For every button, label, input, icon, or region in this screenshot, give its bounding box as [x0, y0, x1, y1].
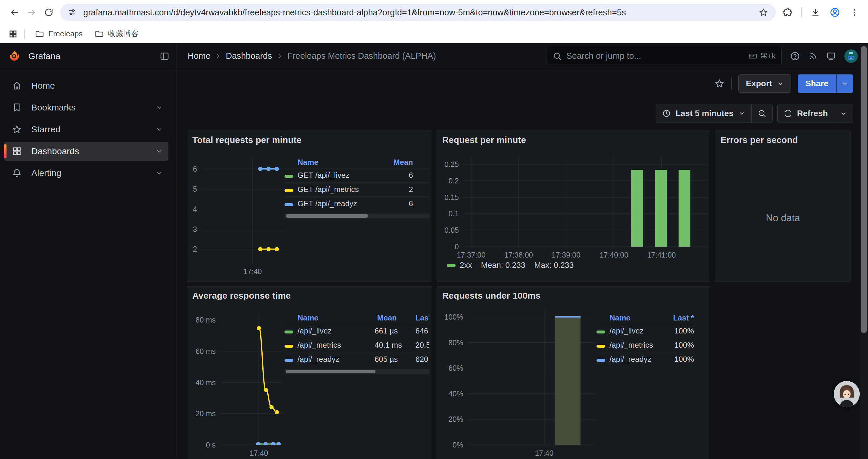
y-axis-label: 0.05: [437, 226, 459, 234]
legend-stat: Mean: 0.233: [481, 261, 525, 270]
panel-title[interactable]: Average response time: [192, 291, 291, 301]
refresh-interval-button[interactable]: [834, 104, 853, 123]
y-axis-label: 3: [187, 225, 197, 234]
share-button-group: Share: [798, 74, 853, 93]
sidebar-item-home[interactable]: Home: [4, 76, 168, 95]
panel-title[interactable]: Request per minute: [442, 135, 526, 145]
reload-button[interactable]: [40, 4, 57, 21]
breadcrumb-home[interactable]: Home: [188, 51, 210, 61]
zoom-out-button[interactable]: [751, 104, 772, 123]
back-button[interactable]: [6, 4, 23, 21]
legend-series-name[interactable]: 2xx: [460, 261, 472, 270]
legend-scrollbar-thumb[interactable]: [286, 214, 368, 218]
refresh-button[interactable]: Refresh: [778, 104, 834, 123]
floating-assistant-avatar[interactable]: [834, 381, 860, 407]
page-scrollbar-thumb[interactable]: [861, 46, 867, 333]
extensions-icon[interactable]: [780, 5, 795, 20]
share-button[interactable]: Share: [798, 74, 836, 93]
sidebar-item-starred[interactable]: Starred: [4, 120, 168, 139]
monitor-icon[interactable]: [826, 51, 836, 61]
time-range-label: Last 5 minutes: [676, 109, 734, 118]
star-icon: [12, 124, 22, 134]
downloads-icon[interactable]: [808, 5, 823, 20]
chart-plot[interactable]: [468, 310, 595, 445]
y-axis-label: 40 ms: [187, 379, 216, 387]
chart-plot[interactable]: [464, 156, 708, 247]
sidebar-toggle-icon[interactable]: [159, 51, 169, 61]
bookmark-star-icon[interactable]: [757, 6, 770, 19]
chart-plot[interactable]: [220, 316, 282, 445]
sidebar-item-bookmarks[interactable]: Bookmarks: [4, 98, 168, 117]
series-color-pill: [284, 175, 293, 178]
panel-total-requests: Total requests per minute 6543217:40Name…: [187, 131, 432, 282]
site-settings-icon[interactable]: [66, 6, 78, 18]
chevron-down-icon[interactable]: [155, 126, 163, 133]
profile-icon[interactable]: [827, 5, 843, 20]
legend-value: 6: [391, 199, 429, 208]
legend-series-name[interactable]: /api/_livez: [610, 326, 661, 335]
search-input[interactable]: Search or jump to... ⌘+k: [547, 47, 782, 65]
legend-row: /api/_metrics100%: [596, 338, 694, 352]
legend-series-name[interactable]: /api/_metrics: [298, 340, 375, 350]
bookmark-folder-blogs[interactable]: 收藏博客: [89, 27, 144, 41]
bookmarks-bar: Freeleaps 收藏博客: [0, 25, 868, 43]
folder-icon: [95, 29, 104, 39]
url-text[interactable]: grafana.mathmast.com/d/deytv4rwavabkb/fr…: [83, 8, 752, 18]
legend-scrollbar[interactable]: [284, 214, 429, 218]
news-rss-icon[interactable]: [808, 52, 818, 61]
panel-request-per-minute: Request per minute 0.250.20.150.10.05017…: [437, 131, 710, 282]
chevron-down-icon[interactable]: [155, 104, 163, 111]
legend-scrollbar-thumb[interactable]: [286, 370, 375, 373]
y-axis-label: 20 ms: [187, 409, 216, 418]
help-icon[interactable]: [790, 51, 800, 61]
legend-table: NameMeanLast */api/_livez661 µs646 µs/ap…: [284, 312, 429, 374]
chevron-down-icon[interactable]: [155, 147, 163, 155]
breadcrumb-current: Freeleaps Metrics Dashboard (ALPHA): [287, 51, 436, 61]
sidebar-item-label: Dashboards: [31, 146, 79, 156]
legend-series-name[interactable]: /api/_livez: [298, 326, 375, 335]
legend-row: /api/_readyz100%: [596, 352, 694, 366]
legend-series-name[interactable]: GET /api/_metrics: [298, 185, 391, 194]
chart-plot[interactable]: [202, 157, 284, 263]
legend-series-name[interactable]: /api/_metrics: [610, 340, 661, 350]
breadcrumb: Home Dashboards Freeleaps Metrics Dashbo…: [188, 43, 436, 69]
panel-title[interactable]: Total requests per minute: [192, 135, 302, 145]
legend-scrollbar[interactable]: [284, 369, 429, 374]
star-dashboard-icon[interactable]: [714, 78, 725, 89]
nav-brand-section: Grafana: [0, 43, 176, 69]
browser-menu-icon[interactable]: [847, 5, 862, 20]
time-range-picker[interactable]: Last 5 minutes: [656, 104, 751, 123]
address-bar[interactable]: grafana.mathmast.com/d/deytv4rwavabkb/fr…: [60, 4, 776, 21]
series-color-pill: [284, 189, 293, 192]
user-avatar[interactable]: [844, 49, 858, 63]
bookmark-folder-freeleaps[interactable]: Freeleaps: [30, 27, 88, 41]
page-scrollbar-track[interactable]: [860, 44, 868, 459]
sidebar-item-dashboards[interactable]: Dashboards: [4, 142, 168, 161]
legend-series-name[interactable]: /api/_readyz: [298, 355, 375, 364]
series-color-pill: [596, 359, 606, 362]
export-button[interactable]: Export: [738, 74, 791, 93]
time-range-group: Last 5 minutes: [656, 104, 773, 123]
panel-title[interactable]: Requests under 100ms: [442, 291, 540, 301]
y-axis-label: 5: [187, 185, 197, 193]
chevron-down-icon[interactable]: [155, 169, 163, 177]
share-menu-button[interactable]: [836, 74, 853, 93]
legend-value: 605 µs: [375, 355, 413, 364]
panel-requests-under-100ms: Requests under 100ms 100%80%60%40%20%0%1…: [437, 286, 710, 459]
y-axis-label: 0.2: [437, 177, 459, 185]
legend-series-name[interactable]: GET /api/_readyz: [298, 199, 391, 208]
home-icon: [12, 80, 22, 91]
panel-title[interactable]: Errors per second: [720, 135, 798, 145]
legend-value: 20.5 ms: [413, 340, 429, 350]
apps-grid-icon[interactable]: [5, 26, 21, 42]
sidebar-item-alerting[interactable]: Alerting: [4, 164, 168, 183]
y-axis-label: 6: [187, 165, 197, 173]
legend-series-name[interactable]: GET /api/_livez: [298, 171, 391, 180]
y-axis-label: 0: [437, 242, 459, 251]
legend-header-name: Name: [610, 314, 661, 323]
forward-button[interactable]: [23, 4, 40, 21]
legend-series-name[interactable]: /api/_readyz: [610, 355, 661, 364]
grafana-logo[interactable]: [8, 50, 20, 62]
breadcrumb-dashboards[interactable]: Dashboards: [226, 51, 272, 61]
series-color-pill: [447, 264, 456, 267]
